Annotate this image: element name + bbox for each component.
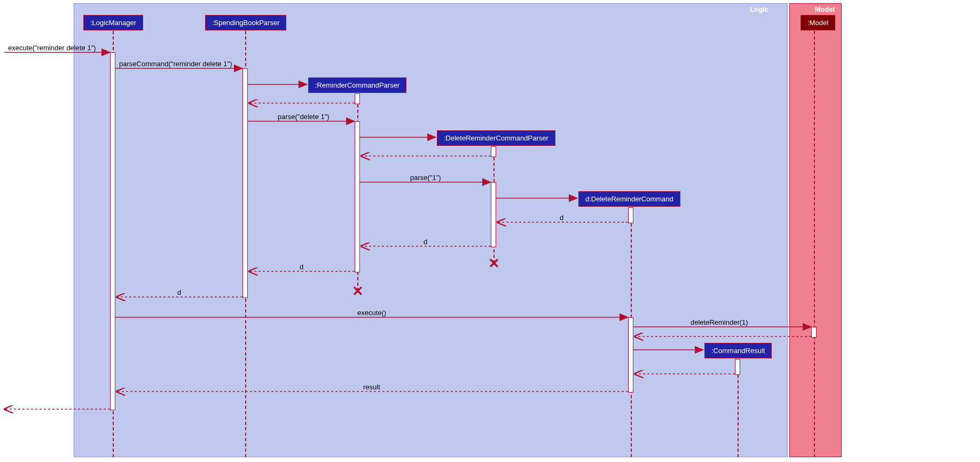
participant-logic-manager: :LogicManager [83,15,143,30]
participant-label: :LogicManager [90,19,136,27]
participant-label: :ReminderCommandParser [315,81,399,89]
participant-spending-book-parser: :SpendingBookParser [205,15,286,30]
participant-command-result: :CommandResult [704,343,772,358]
logic-frame: Logic [74,3,788,457]
logic-frame-label: Logic [744,4,787,15]
participant-delete-reminder-command-parser: :DeleteReminderCommandParser [437,130,555,146]
destroy-reminder-command-parser: ✕ [352,283,364,300]
msg-delete-reminder: deleteReminder(1) [691,318,748,326]
participant-label: :CommandResult [711,347,765,355]
activation-reminder-command-parser-1 [355,93,360,104]
destroy-delete-reminder-command-parser: ✕ [488,255,500,272]
participant-delete-reminder-command: d:DeleteReminderCommand [578,191,680,207]
msg-ret-d1: d [560,214,563,222]
msg-ret-d2: d [424,238,427,246]
msg-parse-command: parseCommand("reminder delete 1") [119,60,232,68]
activation-delete-reminder-command-parser-2 [491,182,496,247]
participant-reminder-command-parser: :ReminderCommandParser [308,77,406,93]
model-frame: Model [789,3,842,457]
msg-execute: execute() [357,309,386,317]
activation-delete-reminder-command-1 [628,207,633,223]
activation-reminder-command-parser-2 [355,121,360,272]
activation-logic-manager [110,52,115,410]
participant-label: :Model [807,19,828,27]
activation-delete-reminder-command-parser-1 [491,146,496,157]
msg-execute-in: execute("reminder delete 1") [8,44,96,52]
participant-model: :Model [801,15,835,30]
participant-label: :DeleteReminderCommandParser [444,134,548,142]
msg-result: result [363,383,380,391]
model-frame-text: Model [814,5,835,13]
activation-delete-reminder-command-2 [628,317,633,393]
msg-parse-1: parse("1") [410,174,441,182]
logic-frame-text: Logic [750,5,769,13]
msg-ret-d4: d [177,288,181,296]
participant-label: d:DeleteReminderCommand [585,195,673,203]
lifeline-model [814,31,815,457]
msg-parse-delete1: parse("delete 1") [278,113,330,121]
model-frame-label: Model [808,4,841,15]
msg-ret-d3: d [300,263,303,271]
activation-command-result [735,359,740,375]
activation-model [811,327,817,338]
participant-label: :SpendingBookParser [212,19,279,27]
activation-spending-book-parser [242,68,248,298]
